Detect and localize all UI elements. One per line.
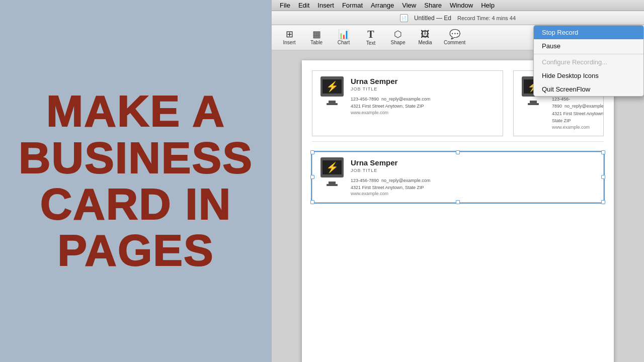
card-1-website: www.example.com [351,110,496,115]
comment-icon: 💬 [449,30,460,39]
configure-recording-item[interactable]: Configure Recording... [534,55,643,69]
card-3-name: Urna Semper [351,158,596,167]
menu-share[interactable]: Share [420,2,446,9]
card-1-monitor-icon: ⚡ [319,77,345,100]
menu-view[interactable]: View [398,2,420,9]
content-area: ⚡ Urna Semper JOB TITLE 123-456-7890 no_… [272,50,644,362]
table-icon: ▦ [312,30,321,39]
chart-icon: 📊 [338,30,349,39]
toolbar-comment-label: Comment [444,40,465,45]
shape-icon: ⬡ [394,30,402,39]
handle-tc[interactable] [456,150,460,154]
toolbar-chart-label: Chart [338,40,350,45]
lightning-icon-3: ⚡ [326,162,339,172]
screenflow-dropdown: Stop Record Pause Configure Recording...… [533,25,644,97]
toolbar-media-label: Media [418,40,432,45]
record-time: Record Time: 4 mins 44 [457,15,516,21]
toolbar-shape-btn[interactable]: ⬡ Shape [385,28,411,48]
stop-record-label: Stop Record [542,29,578,36]
insert-icon: ⊞ [286,30,293,39]
lightning-icon-1: ⚡ [326,81,339,92]
card-1-job-title: JOB TITLE [351,86,496,92]
pause-item[interactable]: Pause [534,39,643,53]
business-card-1[interactable]: ⚡ Urna Semper JOB TITLE 123-456-7890 no_… [312,70,503,136]
toolbar-insert-label: Insert [283,40,295,45]
card-2-contact: 123-456-7890 no_reply@example.com 4321 F… [552,96,604,125]
tutorial-title: MAKE A BUSINESS CARD IN PAGES [9,78,263,284]
menu-file[interactable]: File [276,2,294,9]
toolbar-insert-btn[interactable]: ⊞ Insert [277,28,302,48]
handle-br[interactable] [601,200,605,204]
menu-edit[interactable]: Edit [294,2,313,9]
card-3-website: www.example.com [351,191,596,196]
menu-arrange[interactable]: Arrange [367,2,398,9]
card-1-name: Urna Semper [351,77,496,85]
toolbar-chart-btn[interactable]: 📊 Chart [331,28,356,48]
menu-format[interactable]: Format [338,2,367,9]
menu-insert[interactable]: Insert [313,2,338,9]
title-bar: 📄 Untitled — Ed Record Time: 4 mins 44 [272,11,644,25]
menu-bar: File Edit Insert Format Arrange View Sha… [272,0,644,11]
toolbar: ⊞ Insert ▦ Table 📊 Chart T Text ⬡ Shape … [272,25,644,50]
hide-desktop-icons-item[interactable]: Hide Desktop Icons [534,69,643,82]
hide-desktop-icons-label: Hide Desktop Icons [542,72,599,79]
handle-bc[interactable] [456,200,460,204]
handle-mr[interactable] [601,175,605,179]
toolbar-table-label: Table [310,40,323,45]
menu-help[interactable]: Help [477,2,499,9]
toolbar-table-btn[interactable]: ▦ Table [304,28,329,48]
quit-screenflow-label: Quit ScreenFlow [542,85,590,93]
card-3-monitor-icon: ⚡ [319,158,345,181]
card-1-info: Urna Semper JOB TITLE 123-456-7890 no_re… [351,77,496,115]
handle-bl[interactable] [310,200,314,204]
media-icon: 🖼 [421,30,430,39]
card-3-info: Urna Semper JOB TITLE 123-456-7890 no_re… [351,158,596,197]
document-icon: 📄 [400,14,408,22]
pause-label: Pause [542,42,560,50]
menu-window[interactable]: Window [446,2,477,9]
left-panel: MAKE A BUSINESS CARD IN PAGES [0,0,272,362]
configure-recording-label: Configure Recording... [542,58,607,66]
toolbar-shape-label: Shape [391,40,406,45]
toolbar-text-btn[interactable]: T Text [358,28,383,48]
handle-tr[interactable] [601,150,605,154]
card-3-contact: 123-456-7890 no_reply@example.com 4321 F… [351,177,596,192]
toolbar-text-label: Text [366,40,375,46]
stop-record-item[interactable]: Stop Record [534,26,643,39]
toolbar-media-btn[interactable]: 🖼 Media [413,28,438,48]
dropdown-separator-1 [534,54,643,54]
card-1-contact: 123-456-7890 no_reply@example.com 4321 F… [351,96,496,110]
card-2-website: www.example.com [552,125,604,130]
business-card-3-selected[interactable]: ⚡ Urna Semper JOB TITLE 123-456-7890 no_… [312,152,604,203]
quit-screenflow-item[interactable]: Quit ScreenFlow [534,82,643,96]
right-panel: File Edit Insert Format Arrange View Sha… [272,0,644,362]
text-icon: T [367,29,374,39]
toolbar-comment-btn[interactable]: 💬 Comment [440,28,469,48]
document-title: Untitled — Ed [414,15,451,22]
page-canvas: ⚡ Urna Semper JOB TITLE 123-456-7890 no_… [302,60,614,362]
card-3-job-title: JOB TITLE [351,168,596,173]
handle-tl[interactable] [310,150,314,154]
handle-ml[interactable] [310,175,314,179]
card-row-2: ⚡ Urna Semper JOB TITLE 123-456-7890 no_… [302,142,614,213]
